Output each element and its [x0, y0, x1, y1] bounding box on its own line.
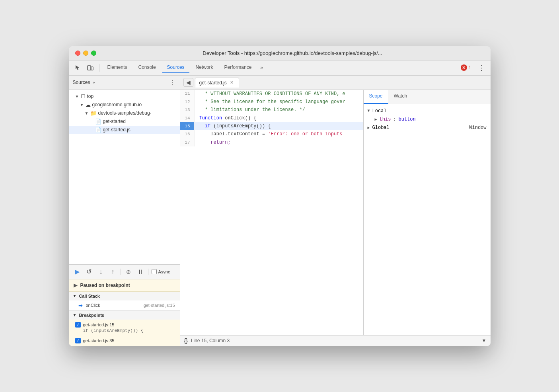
scope-entry-this[interactable]: ▶ this : button — [364, 115, 491, 123]
menu-dots-button[interactable]: ⋮ — [475, 62, 487, 74]
scope-local-label: Local — [372, 108, 387, 114]
pretty-print-button[interactable]: {} — [184, 337, 188, 344]
navigate-back-button[interactable]: ◀ — [183, 78, 193, 87]
breakpoint-file-2: get-started.js:35 — [83, 338, 115, 343]
tree-arrow-top: ▼ — [75, 94, 79, 99]
tree-item-folder[interactable]: ▼ 📁 devtools-samples/debug- — [69, 109, 180, 117]
scope-tab-watch[interactable]: Watch — [388, 90, 413, 104]
toolbar-divider-1 — [99, 64, 99, 72]
error-badge[interactable]: ✕ 1 — [458, 64, 474, 72]
call-stack-section: ▼ Call Stack ➡ onClick get-started.js:15 — [69, 292, 180, 311]
close-button[interactable] — [75, 51, 80, 56]
scope-tab-scope[interactable]: Scope — [364, 90, 388, 104]
call-stack-location: get-started.js:15 — [144, 303, 175, 308]
source-tab-get-started-js[interactable]: get-started.js ✕ — [195, 78, 239, 88]
code-line-12: 12 * See the License for the specific la… — [180, 98, 363, 106]
breakpoint-check-2[interactable]: ✓ — [75, 338, 81, 343]
tab-console[interactable]: Console — [134, 62, 161, 73]
format-toggle[interactable]: ▼ — [482, 338, 487, 343]
cursor-icon[interactable] — [72, 62, 83, 73]
step-out-button[interactable]: ↑ — [109, 267, 117, 276]
scope-global-header[interactable]: ▶ Global Window — [364, 123, 491, 132]
panel-more-button[interactable]: » — [93, 80, 95, 85]
scope-this-key: this — [380, 117, 391, 122]
breakpoints-section: ▼ Breakpoints ✓ get-started.js:15 if (in… — [69, 311, 180, 346]
scope-tabs: Scope Watch — [364, 90, 491, 104]
scope-local-header[interactable]: ▼ Local — [364, 107, 491, 115]
tree-item-origin[interactable]: ▼ ☁ googlechrome.github.io — [69, 101, 180, 109]
sources-panel-header: Sources » ⋮ — [69, 76, 180, 90]
tab-elements[interactable]: Elements — [103, 62, 132, 73]
code-line-13: 13 * limitations under the License. */ — [180, 106, 363, 114]
scope-content: ▼ Local ▶ this : button ▶ Global — [364, 104, 491, 335]
code-line-11: 11 * WITHOUT WARRANTIES OR CONDITIONS OF… — [180, 90, 363, 98]
step-into-button[interactable]: ↓ — [97, 267, 105, 276]
paused-label: Paused on breakpoint — [80, 283, 130, 288]
scope-global-value: Window — [469, 125, 486, 131]
step-over-button[interactable]: ↺ — [85, 267, 93, 276]
scope-colon-1: : — [393, 117, 396, 122]
breakpoints-header[interactable]: ▼ Breakpoints — [69, 311, 180, 320]
call-stack-header[interactable]: ▼ Call Stack — [69, 292, 180, 300]
resume-button[interactable]: ▶ — [73, 267, 82, 276]
device-toolbar-icon[interactable] — [85, 62, 96, 73]
call-stack-name: onClick — [86, 303, 140, 308]
window-title: Developer Tools - https://googlechrome.g… — [101, 50, 484, 56]
tree-item-top[interactable]: ▼ ☐ top — [69, 92, 180, 101]
file-icon-js: 📄 — [95, 127, 101, 133]
devtools-toolbar: Elements Console Sources Network Perform… — [69, 60, 491, 76]
folder-icon: 📁 — [90, 110, 97, 116]
dbg-divider-2 — [148, 269, 148, 275]
cloud-icon: ☁ — [86, 102, 91, 108]
source-tabs: ◀ get-started.js ✕ — [180, 76, 491, 90]
file-icon-1: 📄 — [95, 119, 101, 125]
tree-item-get-started-js[interactable]: 📄 get-started.js — [69, 126, 180, 134]
tab-performance[interactable]: Performance — [220, 62, 257, 73]
minimize-button[interactable] — [83, 51, 88, 56]
async-checkbox[interactable] — [152, 269, 157, 274]
scope-this-expand-arrow: ▶ — [375, 117, 377, 122]
tree-item-get-started[interactable]: 📄 get-started — [69, 117, 180, 126]
cursor-position: Line 15, Column 3 — [191, 338, 230, 343]
code-line-17: 17 return; — [180, 138, 363, 146]
scope-local-arrow: ▼ — [368, 109, 370, 113]
code-view[interactable]: 11 * WITHOUT WARRANTIES OR CONDITIONS OF… — [180, 90, 363, 335]
tree-label-folder: devtools-samples/debug- — [98, 110, 152, 116]
code-line-14: 14 function onClick() { — [180, 114, 363, 122]
error-count: 1 — [469, 65, 471, 70]
frame-icon: ☐ — [81, 94, 86, 99]
pause-button[interactable]: ⏸ — [136, 267, 145, 276]
call-stack-item-onclick[interactable]: ➡ onClick get-started.js:15 — [69, 300, 180, 310]
scope-global-arrow: ▶ — [368, 125, 370, 130]
fullscreen-button[interactable] — [91, 51, 96, 56]
paused-banner: ▶ Paused on breakpoint — [69, 279, 180, 292]
debugger-controls: ▶ ↺ ↓ ↑ ⊘ ⏸ Async — [69, 264, 180, 279]
call-stack-label: Call Stack — [79, 294, 100, 298]
file-tree: ▼ ☐ top ▼ ☁ googlechrome.github.io ▼ 📁 d… — [69, 90, 180, 264]
devtools-window: Developer Tools - https://googlechrome.g… — [69, 46, 491, 346]
breakpoint-item-1[interactable]: ✓ get-started.js:15 if (inputsAreEmpty()… — [69, 320, 180, 335]
paused-arrow-icon: ▶ — [74, 283, 77, 288]
tree-label-get-started: get-started — [103, 119, 126, 124]
tree-label-get-started-js: get-started.js — [103, 127, 130, 133]
editor-scope-area: 11 * WITHOUT WARRANTIES OR CONDITIONS OF… — [180, 90, 491, 335]
deactivate-button[interactable]: ⊘ — [124, 267, 133, 276]
async-label: Async — [158, 269, 170, 274]
svg-rect-1 — [91, 67, 93, 70]
tab-sources[interactable]: Sources — [162, 62, 189, 73]
breakpoints-label: Breakpoints — [79, 313, 104, 318]
breakpoint-item-2[interactable]: ✓ get-started.js:35 — [69, 335, 180, 346]
call-stack-arrow: ▼ — [73, 294, 77, 298]
breakpoint-check-1[interactable]: ✓ — [75, 322, 81, 328]
source-tab-label: get-started.js — [199, 80, 227, 86]
more-tabs-button[interactable]: » — [258, 63, 265, 72]
tree-label-top: top — [87, 94, 94, 99]
async-checkbox-label[interactable]: Async — [152, 269, 170, 274]
tree-label-origin: googlechrome.github.io — [92, 102, 142, 107]
tab-network[interactable]: Network — [191, 62, 218, 73]
source-tab-close-button[interactable]: ✕ — [229, 80, 235, 86]
panel-options-button[interactable]: ⋮ — [169, 79, 176, 86]
tree-arrow-folder: ▼ — [85, 111, 89, 115]
svg-rect-0 — [88, 66, 91, 70]
dbg-divider-1 — [121, 269, 121, 275]
